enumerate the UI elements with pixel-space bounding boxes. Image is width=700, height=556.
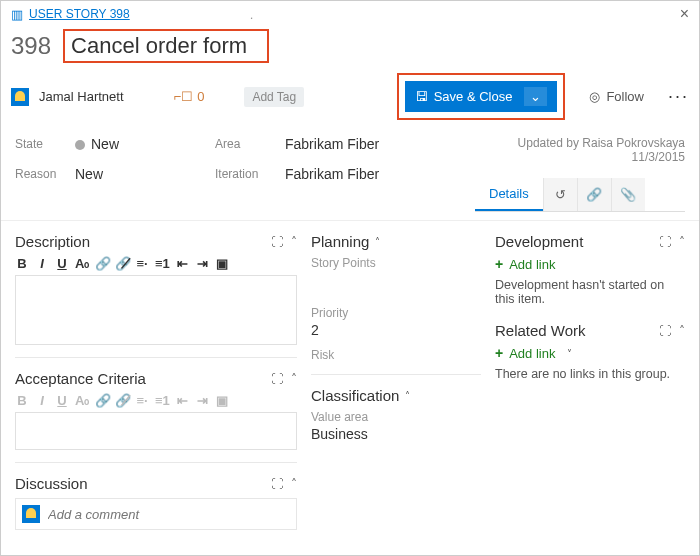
chevron-up-icon[interactable]: ˄ bbox=[679, 324, 685, 338]
font-icon: A₀ bbox=[75, 393, 89, 408]
title-input[interactable] bbox=[71, 33, 261, 59]
valuearea-value[interactable]: Business bbox=[311, 426, 481, 442]
tab-history-icon[interactable]: ↺ bbox=[543, 178, 577, 211]
more-menu[interactable]: ··· bbox=[668, 86, 689, 107]
chevron-up-icon[interactable]: ˄ bbox=[291, 477, 297, 491]
expand-icon[interactable]: ⛶ bbox=[659, 324, 671, 338]
iteration-label: Iteration bbox=[215, 167, 285, 181]
iteration-value[interactable]: Fabrikam Fiber bbox=[285, 166, 445, 182]
discussion-heading: Discussion bbox=[15, 475, 88, 492]
unlink-icon[interactable]: 🔗̸ bbox=[115, 256, 129, 271]
chevron-up-icon[interactable]: ˄ bbox=[405, 390, 410, 401]
priority-label: Priority bbox=[311, 306, 481, 320]
priority-value[interactable]: 2 bbox=[311, 322, 481, 338]
reason-value[interactable]: New bbox=[75, 166, 215, 182]
expand-icon[interactable]: ⛶ bbox=[271, 372, 283, 386]
tab-links-icon[interactable]: 🔗 bbox=[577, 178, 611, 211]
user-story-icon: ▥ bbox=[11, 7, 23, 22]
risk-label: Risk bbox=[311, 348, 481, 362]
indent-icon: ⇥ bbox=[195, 393, 209, 408]
save-icon: 🖫 bbox=[415, 89, 428, 104]
save-dropdown-chevron[interactable]: ⌄ bbox=[524, 87, 547, 106]
discussion-input[interactable] bbox=[48, 507, 290, 522]
chevron-up-icon[interactable]: ˄ bbox=[291, 235, 297, 249]
area-value[interactable]: Fabrikam Fiber bbox=[285, 136, 445, 152]
plus-icon: + bbox=[495, 256, 503, 272]
expand-icon[interactable]: ⛶ bbox=[659, 235, 671, 249]
chevron-up-icon[interactable]: ˄ bbox=[291, 372, 297, 386]
image-icon[interactable]: ▣ bbox=[215, 256, 229, 271]
comment-count[interactable]: ⌐☐ 0 bbox=[174, 89, 205, 104]
avatar bbox=[11, 88, 29, 106]
related-add-link[interactable]: + Add link ˅ bbox=[495, 345, 685, 361]
underline-icon: U bbox=[55, 393, 69, 408]
planning-heading: Planning˄ bbox=[311, 233, 380, 250]
chevron-up-icon[interactable]: ˄ bbox=[679, 235, 685, 249]
dev-add-link[interactable]: + Add link bbox=[495, 256, 685, 272]
updated-text: Updated by Raisa Pokrovskaya 11/3/2015 bbox=[475, 136, 685, 164]
reason-label: Reason bbox=[15, 167, 75, 181]
assignee-name[interactable]: Jamal Hartnett bbox=[39, 89, 124, 104]
close-icon[interactable]: × bbox=[680, 5, 689, 23]
link-icon[interactable]: 🔗 bbox=[95, 256, 109, 271]
comment-icon: ⌐☐ bbox=[174, 89, 194, 104]
follow-button[interactable]: ◎ Follow bbox=[589, 89, 644, 104]
unlink-icon: 🔗̸ bbox=[115, 393, 129, 408]
bullets-icon[interactable]: ≡· bbox=[135, 256, 149, 271]
description-editor[interactable] bbox=[15, 275, 297, 345]
related-heading: Related Work bbox=[495, 322, 586, 339]
underline-icon[interactable]: U bbox=[55, 256, 69, 271]
save-and-close-button[interactable]: 🖫 Save & Close ⌄ bbox=[405, 81, 558, 112]
numbers-icon: ≡1 bbox=[155, 393, 169, 408]
valuearea-label: Value area bbox=[311, 410, 481, 424]
acceptance-editor[interactable] bbox=[15, 412, 297, 450]
font-icon[interactable]: A₀ bbox=[75, 256, 89, 271]
eye-icon: ◎ bbox=[589, 89, 600, 104]
expand-icon[interactable]: ⛶ bbox=[271, 477, 283, 491]
acceptance-toolbar: B I U A₀ 🔗 🔗̸ ≡· ≡1 ⇤ ⇥ ▣ bbox=[15, 393, 297, 408]
dot: . bbox=[250, 7, 254, 22]
state-label: State bbox=[15, 137, 75, 151]
image-icon: ▣ bbox=[215, 393, 229, 408]
indent-icon[interactable]: ⇥ bbox=[195, 256, 209, 271]
storypoints-label: Story Points bbox=[311, 256, 481, 270]
outdent-icon: ⇤ bbox=[175, 393, 189, 408]
chevron-up-icon[interactable]: ˄ bbox=[375, 236, 380, 247]
italic-icon: I bbox=[35, 393, 49, 408]
expand-icon[interactable]: ⛶ bbox=[271, 235, 283, 249]
link-icon: 🔗 bbox=[95, 393, 109, 408]
avatar bbox=[22, 505, 40, 523]
development-heading: Development bbox=[495, 233, 583, 250]
bold-icon: B bbox=[15, 393, 29, 408]
state-value[interactable]: New bbox=[75, 136, 215, 152]
acceptance-heading: Acceptance Criteria bbox=[15, 370, 146, 387]
plus-icon: + bbox=[495, 345, 503, 361]
add-tag-button[interactable]: Add Tag bbox=[244, 87, 304, 107]
tab-details[interactable]: Details bbox=[475, 178, 543, 211]
description-toolbar[interactable]: B I U A₀ 🔗 🔗̸ ≡· ≡1 ⇤ ⇥ ▣ bbox=[15, 256, 297, 271]
bullets-icon: ≡· bbox=[135, 393, 149, 408]
classification-heading: Classification˄ bbox=[311, 387, 410, 404]
area-label: Area bbox=[215, 137, 285, 151]
workitem-id: 398 bbox=[11, 32, 51, 60]
description-heading: Description bbox=[15, 233, 90, 250]
related-empty-text: There are no links in this group. bbox=[495, 367, 685, 381]
breadcrumb-link[interactable]: USER STORY 398 bbox=[29, 7, 130, 21]
bold-icon[interactable]: B bbox=[15, 256, 29, 271]
state-dot-icon bbox=[75, 140, 85, 150]
italic-icon[interactable]: I bbox=[35, 256, 49, 271]
dev-empty-text: Development hasn't started on this item. bbox=[495, 278, 685, 306]
tab-attachments-icon[interactable]: 📎 bbox=[611, 178, 645, 211]
numbers-icon[interactable]: ≡1 bbox=[155, 256, 169, 271]
storypoints-value[interactable] bbox=[311, 272, 481, 288]
outdent-icon[interactable]: ⇤ bbox=[175, 256, 189, 271]
chevron-down-icon[interactable]: ˅ bbox=[567, 348, 572, 359]
